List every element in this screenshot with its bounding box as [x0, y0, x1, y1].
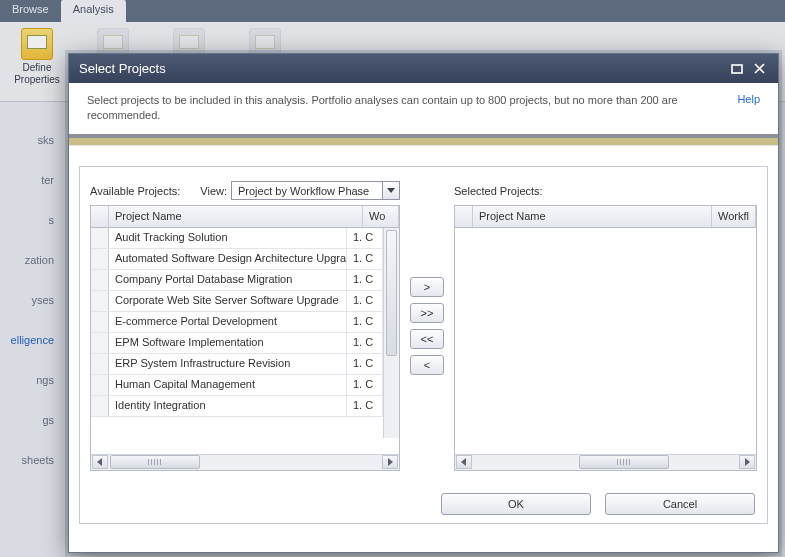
col-project-name[interactable]: Project Name: [473, 206, 712, 227]
cell-workflow: 1. C: [347, 291, 383, 311]
cell-project-name: Corporate Web Site Server Software Upgra…: [109, 291, 347, 311]
cell-project-name: Company Portal Database Migration: [109, 270, 347, 290]
dialog-body: Available Projects: View: Project by Wor…: [79, 166, 768, 524]
ok-button[interactable]: OK: [441, 493, 591, 515]
vertical-scrollbar[interactable]: [383, 228, 399, 438]
row-handle[interactable]: [91, 249, 109, 269]
scrollbar-thumb[interactable]: [110, 455, 200, 469]
table-row[interactable]: Identity Integration1. C: [91, 396, 383, 417]
horizontal-scrollbar[interactable]: [91, 454, 399, 470]
row-handle[interactable]: [91, 354, 109, 374]
row-handle[interactable]: [91, 333, 109, 353]
cell-project-name: ERP System Infrastructure Revision: [109, 354, 347, 374]
cell-workflow: 1. C: [347, 249, 383, 269]
scrollbar-thumb[interactable]: [579, 455, 669, 469]
dialog-title: Select Projects: [79, 61, 722, 76]
table-row[interactable]: Human Capital Management1. C: [91, 375, 383, 396]
selected-projects-label: Selected Projects:: [454, 185, 543, 197]
cell-project-name: EPM Software Implementation: [109, 333, 347, 353]
cell-project-name: Automated Software Design Architecture U…: [109, 249, 347, 269]
table-row[interactable]: Audit Tracking Solution1. C: [91, 228, 383, 249]
table-row[interactable]: Corporate Web Site Server Software Upgra…: [91, 291, 383, 312]
table-row[interactable]: Company Portal Database Migration1. C: [91, 270, 383, 291]
col-project-name[interactable]: Project Name: [109, 206, 363, 227]
scroll-right-icon[interactable]: [382, 455, 398, 469]
table-row[interactable]: EPM Software Implementation1. C: [91, 333, 383, 354]
help-link[interactable]: Help: [737, 93, 760, 124]
row-handle[interactable]: [91, 228, 109, 248]
cell-workflow: 1. C: [347, 333, 383, 353]
grid-header: Project Name Workfl: [455, 206, 756, 228]
cell-workflow: 1. C: [347, 375, 383, 395]
scroll-right-icon[interactable]: [739, 455, 755, 469]
available-projects-panel: Available Projects: View: Project by Wor…: [90, 181, 400, 471]
dialog-info-text: Select projects to be included in this a…: [87, 93, 717, 124]
cell-workflow: 1. C: [347, 396, 383, 416]
close-icon[interactable]: [751, 61, 768, 76]
cell-project-name: E-commerce Portal Development: [109, 312, 347, 332]
available-projects-grid[interactable]: Project Name Wo Audit Tracking Solution1…: [90, 205, 400, 471]
available-projects-label: Available Projects:: [90, 185, 180, 197]
cell-workflow: 1. C: [347, 270, 383, 290]
scrollbar-thumb[interactable]: [386, 230, 397, 356]
table-row[interactable]: Automated Software Design Architecture U…: [91, 249, 383, 270]
cancel-button[interactable]: Cancel: [605, 493, 755, 515]
row-handle[interactable]: [91, 270, 109, 290]
col-workflow[interactable]: Wo: [363, 206, 399, 227]
empty-rows: [455, 228, 740, 454]
transfer-buttons: > >> << <: [400, 181, 454, 471]
remove-all-button[interactable]: <<: [410, 329, 444, 349]
dialog-divider: [69, 134, 778, 146]
select-projects-dialog: Select Projects Select projects to be in…: [68, 53, 779, 553]
dialog-button-row: OK Cancel: [441, 493, 755, 515]
cell-project-name: Audit Tracking Solution: [109, 228, 347, 248]
scroll-left-icon[interactable]: [456, 455, 472, 469]
row-handle[interactable]: [91, 396, 109, 416]
row-handle-header: [455, 206, 473, 227]
cell-workflow: 1. C: [347, 228, 383, 248]
col-workflow[interactable]: Workfl: [712, 206, 756, 227]
cell-workflow: 1. C: [347, 312, 383, 332]
add-button[interactable]: >: [410, 277, 444, 297]
selected-projects-grid[interactable]: Project Name Workfl: [454, 205, 757, 471]
view-label: View:: [200, 185, 227, 197]
chevron-down-icon[interactable]: [382, 182, 399, 199]
dialog-titlebar[interactable]: Select Projects: [69, 54, 778, 83]
add-all-button[interactable]: >>: [410, 303, 444, 323]
view-combo[interactable]: Project by Workflow Phase: [231, 181, 400, 200]
horizontal-scrollbar[interactable]: [455, 454, 756, 470]
table-row[interactable]: E-commerce Portal Development1. C: [91, 312, 383, 333]
table-row[interactable]: ERP System Infrastructure Revision1. C: [91, 354, 383, 375]
remove-button[interactable]: <: [410, 355, 444, 375]
cell-project-name: Human Capital Management: [109, 375, 347, 395]
view-combo-value: Project by Workflow Phase: [232, 185, 382, 197]
svg-rect-0: [732, 65, 742, 73]
cell-workflow: 1. C: [347, 354, 383, 374]
selected-projects-panel: Selected Projects: Project Name Workfl: [454, 181, 757, 471]
grid-header: Project Name Wo: [91, 206, 399, 228]
cell-project-name: Identity Integration: [109, 396, 347, 416]
dialog-info-bar: Select projects to be included in this a…: [69, 83, 778, 134]
row-handle[interactable]: [91, 375, 109, 395]
maximize-icon[interactable]: [728, 61, 745, 76]
row-handle-header: [91, 206, 109, 227]
scroll-left-icon[interactable]: [92, 455, 108, 469]
row-handle[interactable]: [91, 291, 109, 311]
row-handle[interactable]: [91, 312, 109, 332]
